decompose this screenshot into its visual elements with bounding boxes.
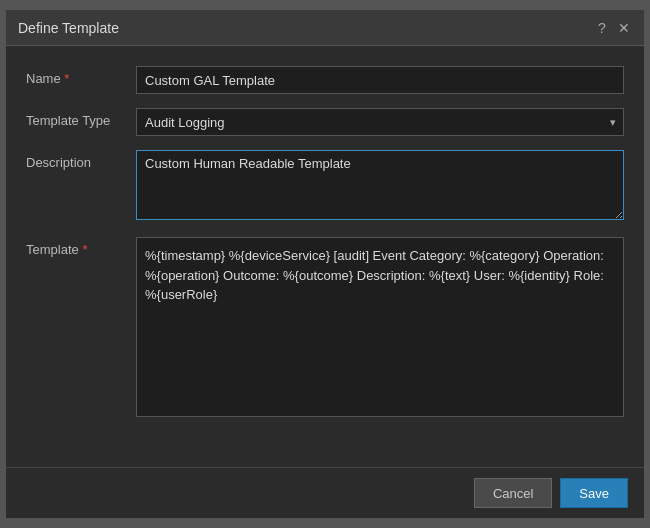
dialog-titlebar: Define Template ? ✕ xyxy=(6,10,644,46)
description-textarea[interactable]: Custom Human Readable Template xyxy=(136,150,624,220)
help-icon[interactable]: ? xyxy=(594,20,610,36)
define-template-dialog: Define Template ? ✕ Name * Template Type… xyxy=(5,9,645,519)
template-content-wrap: %{timestamp} %{deviceService} [audit] Ev… xyxy=(136,237,624,417)
template-type-dropdown-wrap: Audit Logging Syslog CEF ▾ xyxy=(136,108,624,136)
dialog-footer: Cancel Save xyxy=(6,467,644,518)
template-type-select-wrap: Audit Logging Syslog CEF ▾ xyxy=(136,108,624,136)
description-row: Description Custom Human Readable Templa… xyxy=(26,150,624,223)
template-type-label: Template Type xyxy=(26,108,136,128)
description-label: Description xyxy=(26,150,136,170)
name-label: Name * xyxy=(26,66,136,86)
name-input-wrap xyxy=(136,66,624,94)
dialog-body: Name * Template Type Audit Logging Syslo… xyxy=(6,46,644,467)
template-content[interactable]: %{timestamp} %{deviceService} [audit] Ev… xyxy=(136,237,624,417)
name-input[interactable] xyxy=(136,66,624,94)
template-type-select[interactable]: Audit Logging Syslog CEF xyxy=(136,108,624,136)
template-label: Template * xyxy=(26,237,136,257)
titlebar-icons: ? ✕ xyxy=(594,20,632,36)
description-textarea-wrap: Custom Human Readable Template xyxy=(136,150,624,223)
close-icon[interactable]: ✕ xyxy=(616,20,632,36)
name-row: Name * xyxy=(26,66,624,94)
cancel-button[interactable]: Cancel xyxy=(474,478,552,508)
dialog-title: Define Template xyxy=(18,20,119,36)
save-button[interactable]: Save xyxy=(560,478,628,508)
template-type-row: Template Type Audit Logging Syslog CEF ▾ xyxy=(26,108,624,136)
template-row: Template * %{timestamp} %{deviceService}… xyxy=(26,237,624,417)
